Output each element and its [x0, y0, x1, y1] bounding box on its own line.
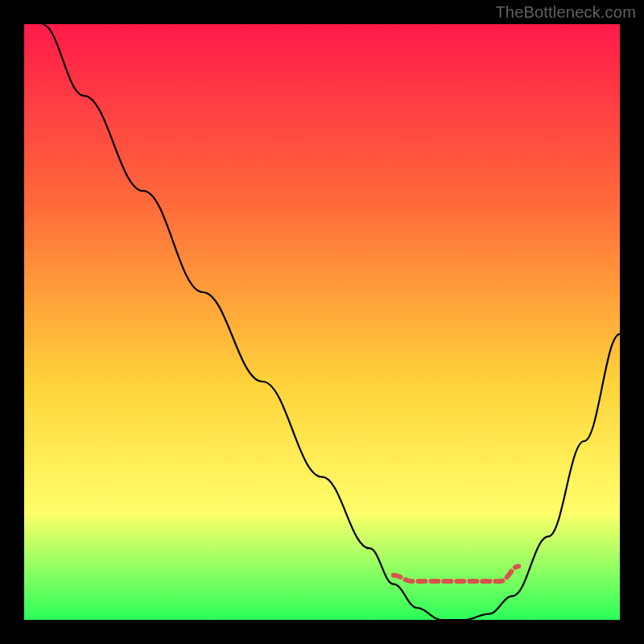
chart-container: TheBottleneck.com	[0, 0, 644, 644]
chart-canvas	[0, 0, 644, 644]
attribution-label: TheBottleneck.com	[495, 3, 636, 22]
plot-background	[24, 24, 620, 620]
